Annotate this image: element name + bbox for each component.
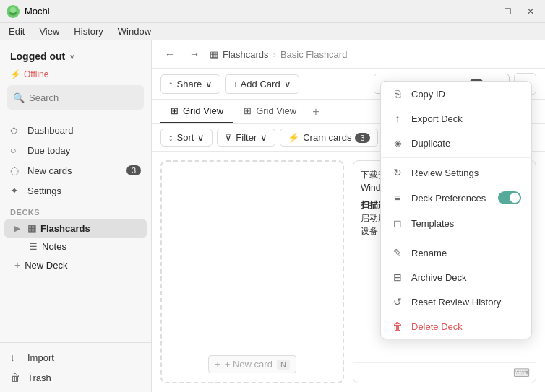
card-footer: ⌨ [353,362,536,383]
sidebar-item-settings[interactable]: ✦ Settings [4,180,147,201]
sort-button[interactable]: ↕ Sort ∨ [160,129,213,147]
window-controls: — ☐ ✕ [476,4,539,19]
offline-badge: ⚡ Offline [7,69,144,79]
breadcrumb-deck-name: Flashcards [223,49,269,60]
learn-button-main[interactable]: ◎ Learn new cards 3 [374,74,490,93]
new-card-plus-icon: + [215,359,220,370]
deck-item-notes[interactable]: ☰ Notes [4,238,147,256]
nav-label-due-today: Due today [27,145,70,156]
share-label: Share [177,79,202,90]
menu-window[interactable]: Window [112,25,157,38]
search-icon: 🔍 [13,92,25,103]
menu-view[interactable]: View [33,25,65,38]
user-name: Logged out [10,51,65,62]
nav-label-trash: Trash [27,373,51,383]
forward-button[interactable]: → [185,45,204,64]
grid-icon-1: ⊞ [171,105,179,116]
app-name: Mochi [25,6,50,17]
search-box[interactable]: 🔍 Ctrl K [7,85,144,110]
main-topbar: ← → ▦ Flashcards › Basic Flashcard [152,40,545,69]
content-card[interactable]: 下载安装包并运行。 Wind统，将 扫描连接 启动后自动扫描同一网络中的263 … [353,160,536,383]
card-text-line-4: 设备，确保263硬件设备开机，并 [361,225,528,238]
app-body: Logged out ∨ ⚡ Offline 🔍 Ctrl K ◇ Dashbo… [0,40,545,392]
share-button[interactable]: ↑ Share ∨ [160,74,220,94]
deck-label-notes: Notes [42,241,66,252]
sidebar-item-trash[interactable]: 🗑 Trash [4,367,147,388]
new-deck-icon: + [14,259,20,271]
user-section[interactable]: Logged out ∨ [7,48,144,65]
breadcrumb-sub-name: Basic Flashcard [280,49,347,60]
sort-icon: ↕ [168,132,173,143]
trash-icon: 🗑 [10,372,22,383]
search-input[interactable] [29,92,150,103]
deck-flashcards-icon: ▦ [27,223,36,234]
sidebar-item-dashboard[interactable]: ◇ Dashboard [4,120,147,140]
sort-label: Sort [177,132,194,143]
share-icon: ↑ [168,79,173,90]
deck-item-flashcards[interactable]: ▶ ▦ Flashcards [4,219,147,238]
toolbar: ↑ Share ∨ + Add Card ∨ ◎ Learn new cards… [152,69,545,100]
filter-icon: ⊽ [225,132,232,143]
new-deck-item[interactable]: + New Deck [4,256,147,274]
title-bar: Mochi — ☐ ✕ [0,0,545,23]
grid-icon-2: ⊞ [244,105,252,116]
app-logo: Mochi [6,4,50,19]
nav-label-import: Import [27,352,54,363]
tab-label-2: Grid View [256,105,296,116]
card-text-line-2: 扫描连接 [361,199,528,212]
breadcrumb-deck-icon: ▦ [210,49,218,60]
tabs-bar: ⊞ Grid View ⊞ Grid View + [152,100,545,124]
offline-label: Offline [24,69,48,79]
card-grid: + + New card N 下载安装包并运行。 Wind统，将 扫描连接 启动… [152,152,545,392]
main-area: ← → ▦ Flashcards › Basic Flashcard ↑ Sha… [152,40,545,392]
keyboard-icon: ⌨ [513,366,530,380]
sidebar-item-new-cards[interactable]: ◌ New cards 3 [4,160,147,180]
sidebar-item-due-today[interactable]: ○ Due today [4,140,147,160]
back-button[interactable]: ← [160,45,179,64]
new-card-shortcut: N [277,360,290,370]
filter-button[interactable]: ⊽ Filter ∨ [217,129,275,147]
new-cards-icon: ◌ [10,165,22,176]
menu-history[interactable]: History [68,25,108,38]
card-text-line-1: Wind统，将 [361,181,528,194]
maximize-button[interactable]: ☐ [499,4,516,19]
cram-label: Cram cards [303,132,351,143]
sidebar-bottom: ↓ Import 🗑 Trash [0,342,151,392]
more-options-button[interactable]: ··· [514,73,536,95]
deck-list: ▶ ▦ Flashcards ☰ Notes + New Deck [0,219,151,274]
sort-chevron-icon: ∨ [197,132,205,143]
share-chevron-icon: ∨ [205,79,213,90]
settings-icon: ✦ [10,185,22,196]
menu-edit[interactable]: Edit [3,25,30,38]
sidebar-top: Logged out ∨ ⚡ Offline 🔍 Ctrl K [0,40,151,120]
add-tab-button[interactable]: + [306,101,325,123]
learn-btn-arrow[interactable]: ∨ [492,76,509,92]
svg-point-2 [10,7,16,13]
card-placeholder: + + New card N [160,160,344,383]
tab-grid-view-2[interactable]: ⊞ Grid View [233,100,306,123]
add-card-button[interactable]: + Add Card ∨ [225,74,299,94]
cram-button[interactable]: ⚡ Cram cards 3 [280,129,377,147]
toolbar-right: ◎ Learn new cards 3 ∨ ··· [374,73,536,95]
card-text-line-3: 启动后自动扫描同一网络中的263 [361,212,528,225]
new-card-button[interactable]: + + New card N [208,355,296,373]
card-content-text: 下载安装包并运行。 Wind统，将 扫描连接 启动后自动扫描同一网络中的263 … [361,168,528,238]
close-button[interactable]: ✕ [522,4,539,19]
user-chevron-icon: ∨ [69,53,74,61]
tab-grid-view-1[interactable]: ⊞ Grid View [160,100,233,123]
wifi-off-icon: ⚡ [10,69,21,79]
breadcrumb: ▦ Flashcards › Basic Flashcard [210,49,347,60]
tab-label-1: Grid View [183,105,223,116]
deck-expand-icon: ▶ [14,225,23,232]
nav-label-new-cards: New cards [27,165,72,176]
sidebar-item-import[interactable]: ↓ Import [4,347,147,367]
minimize-button[interactable]: — [476,4,493,19]
menu-bar: Edit View History Window [0,23,545,40]
nav-label-dashboard: Dashboard [27,125,74,136]
new-card-label: + New card [225,359,272,370]
cram-icon: ⚡ [288,132,299,143]
add-card-chevron-icon: ∨ [284,79,291,90]
card-text-line-0: 下载安装包并运行。 [361,168,528,181]
import-icon: ↓ [10,352,22,363]
new-cards-badge: 3 [126,165,141,175]
